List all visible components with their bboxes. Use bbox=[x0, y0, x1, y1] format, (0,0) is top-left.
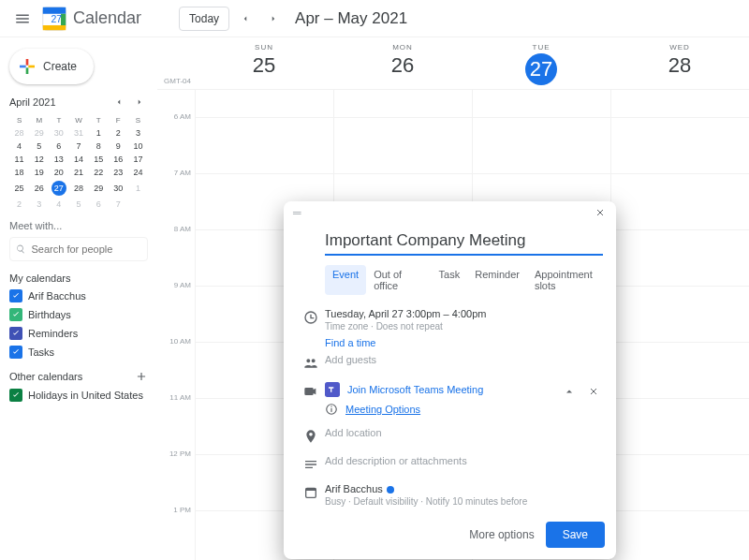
svg-text:27: 27 bbox=[51, 13, 63, 24]
mini-day[interactable]: 4 bbox=[49, 198, 68, 211]
calendar-label: Tasks bbox=[28, 346, 54, 358]
day-header[interactable]: MON26 bbox=[333, 37, 472, 89]
calendar-item[interactable]: Reminders bbox=[9, 327, 148, 340]
tab-event[interactable]: Event bbox=[325, 265, 366, 295]
mini-day[interactable]: 14 bbox=[68, 153, 88, 166]
mini-day[interactable]: 30 bbox=[109, 179, 128, 198]
mini-day[interactable]: 3 bbox=[128, 126, 148, 140]
find-time-link[interactable]: Find a time bbox=[325, 337, 616, 348]
mini-table[interactable]: SMTWTFS 28293031123456789101112131415161… bbox=[9, 114, 148, 211]
mini-day[interactable]: 24 bbox=[128, 166, 148, 179]
drag-handle[interactable]: ═ bbox=[293, 206, 303, 219]
create-button[interactable]: Create bbox=[9, 49, 94, 84]
save-button[interactable]: Save bbox=[546, 522, 605, 548]
mini-day[interactable]: 7 bbox=[68, 140, 88, 153]
mini-day[interactable]: 29 bbox=[29, 126, 49, 140]
more-options-link[interactable]: More options bbox=[469, 528, 534, 541]
mini-day[interactable]: 22 bbox=[89, 166, 109, 179]
organizer-row[interactable]: Arif Bacchus Busy · Default visibility ·… bbox=[284, 478, 616, 512]
calendar-item[interactable]: Arif Bacchus bbox=[9, 289, 148, 302]
search-people[interactable] bbox=[9, 237, 148, 261]
mini-day[interactable]: 16 bbox=[109, 153, 128, 166]
tab-task[interactable]: Task bbox=[432, 265, 468, 295]
day-header[interactable]: SUN25 bbox=[195, 37, 333, 89]
mini-day[interactable]: 2 bbox=[9, 198, 29, 211]
mini-day[interactable]: 23 bbox=[109, 166, 128, 179]
description-row[interactable]: Add description or attachments bbox=[284, 449, 616, 478]
mini-next[interactable] bbox=[131, 94, 148, 111]
hour-label: 6 AM bbox=[174, 112, 191, 121]
calendar-item[interactable]: Birthdays bbox=[9, 308, 148, 321]
mini-day[interactable]: 25 bbox=[9, 179, 29, 198]
mini-day[interactable]: 13 bbox=[49, 153, 68, 166]
event-title-input[interactable] bbox=[325, 228, 603, 256]
mini-day[interactable]: 31 bbox=[68, 126, 88, 140]
search-people-input[interactable] bbox=[32, 243, 141, 255]
mini-day[interactable]: 27 bbox=[49, 179, 68, 198]
close-button[interactable] bbox=[590, 202, 610, 223]
chevron-up-icon bbox=[564, 386, 575, 397]
mini-day[interactable]: 19 bbox=[29, 166, 49, 179]
collapse-conferencing[interactable] bbox=[560, 382, 579, 401]
mini-day[interactable]: 8 bbox=[89, 140, 109, 153]
add-calendar-button[interactable] bbox=[135, 370, 148, 383]
tab-reminder[interactable]: Reminder bbox=[467, 265, 527, 295]
mini-day[interactable]: 5 bbox=[29, 140, 49, 153]
today-button[interactable]: Today bbox=[179, 7, 229, 31]
mini-day[interactable]: 30 bbox=[49, 126, 68, 140]
tab-appointment-slots[interactable]: Appointment slots bbox=[527, 265, 616, 295]
mini-day[interactable]: 9 bbox=[109, 140, 128, 153]
checkbox-icon[interactable] bbox=[9, 308, 22, 321]
time-row[interactable]: Tuesday, April 27 3:00pm – 4:00pm Time z… bbox=[284, 302, 616, 337]
close-icon bbox=[595, 207, 606, 218]
location-row[interactable]: Add location bbox=[284, 421, 616, 449]
svg-rect-5 bbox=[325, 382, 340, 397]
remove-conferencing[interactable] bbox=[584, 382, 603, 401]
mini-day[interactable]: 2 bbox=[109, 126, 128, 140]
mini-day[interactable]: 11 bbox=[9, 153, 29, 166]
mini-day[interactable]: 18 bbox=[9, 166, 29, 179]
calendar-item[interactable]: Holidays in United States bbox=[9, 389, 148, 402]
video-icon bbox=[303, 384, 318, 399]
mini-dow: T bbox=[89, 114, 109, 126]
timezone-label: GMT-04 bbox=[157, 37, 195, 89]
checkbox-icon[interactable] bbox=[9, 327, 22, 340]
checkbox-icon[interactable] bbox=[9, 289, 22, 302]
time-line: Tuesday, April 27 3:00pm – 4:00pm bbox=[325, 308, 603, 319]
guests-row[interactable]: Add guests bbox=[284, 348, 616, 376]
mini-day[interactable]: 4 bbox=[9, 140, 29, 153]
mini-day[interactable]: 10 bbox=[128, 140, 148, 153]
day-header[interactable]: TUE27 bbox=[472, 37, 610, 89]
add-location-placeholder: Add location bbox=[325, 427, 603, 438]
mini-day[interactable]: 5 bbox=[68, 198, 88, 211]
mini-day[interactable]: 28 bbox=[68, 179, 88, 198]
mini-day[interactable]: 6 bbox=[49, 140, 68, 153]
checkbox-icon[interactable] bbox=[9, 389, 22, 402]
mini-day[interactable]: 21 bbox=[68, 166, 88, 179]
tab-out-of-office[interactable]: Out of office bbox=[366, 265, 431, 295]
mini-day[interactable]: 7 bbox=[109, 198, 128, 211]
mini-day[interactable]: 1 bbox=[89, 126, 109, 140]
prev-period-button[interactable] bbox=[233, 7, 257, 31]
menu-button[interactable] bbox=[7, 4, 37, 34]
mini-day[interactable]: 29 bbox=[89, 179, 109, 198]
mini-day[interactable]: 6 bbox=[89, 198, 109, 211]
mini-day[interactable]: 1 bbox=[128, 179, 148, 198]
checkbox-icon[interactable] bbox=[9, 346, 22, 359]
teams-link[interactable]: Join Microsoft Teams Meeting bbox=[347, 384, 483, 395]
calendar-grid: GMT-04 SUN25MON26TUE27WED28 6 AM7 AM8 AM… bbox=[157, 37, 749, 560]
day-header[interactable]: WED28 bbox=[610, 37, 749, 89]
mini-day[interactable]: 20 bbox=[49, 166, 68, 179]
calendar-item[interactable]: Tasks bbox=[9, 346, 148, 359]
mini-prev[interactable] bbox=[110, 94, 127, 111]
day-column[interactable] bbox=[610, 90, 749, 560]
meeting-options-link[interactable]: Meeting Options bbox=[345, 404, 420, 415]
next-period-button[interactable] bbox=[261, 7, 286, 31]
mini-day[interactable]: 17 bbox=[128, 153, 148, 166]
mini-day[interactable]: 15 bbox=[89, 153, 109, 166]
mini-day[interactable] bbox=[128, 198, 148, 211]
mini-day[interactable]: 3 bbox=[29, 198, 49, 211]
mini-day[interactable]: 26 bbox=[29, 179, 49, 198]
mini-day[interactable]: 28 bbox=[9, 126, 29, 140]
mini-day[interactable]: 12 bbox=[29, 153, 49, 166]
